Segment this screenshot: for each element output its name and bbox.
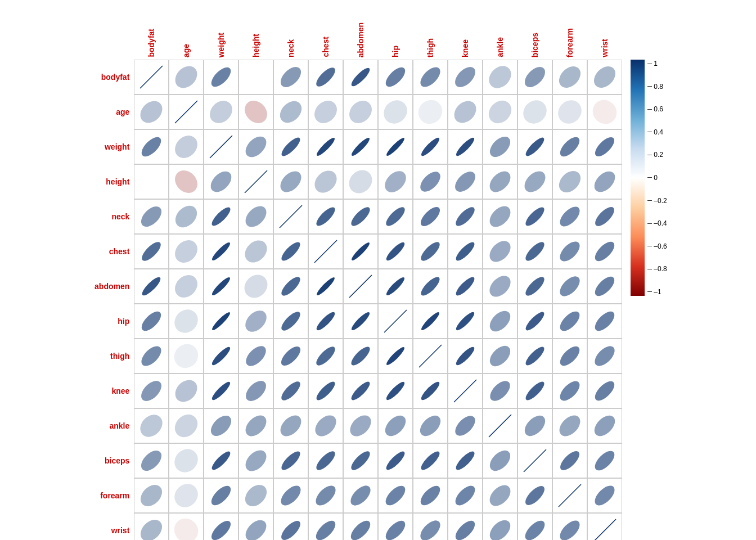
cell-forearm-age: [169, 478, 204, 513]
cell-height-forearm: [552, 164, 587, 199]
cell-chest-forearm: [552, 234, 587, 269]
svg-point-171: [241, 480, 271, 510]
svg-point-65: [453, 204, 478, 228]
cell-forearm-bodyfat: [134, 478, 169, 513]
svg-point-125: [591, 343, 618, 370]
svg-point-19: [310, 96, 341, 128]
svg-point-56: [138, 202, 165, 230]
svg-point-48: [345, 166, 376, 197]
cell-ankle-hip: [378, 408, 413, 443]
cell-bodyfat-weight: [204, 60, 238, 94]
cell-age-ankle: [483, 94, 518, 129]
svg-point-191: [452, 518, 478, 540]
legend-ticks: 10.80.60.40.20–0.2–0.4–0.6–0.8–1: [647, 60, 667, 296]
cell-chest-age: [169, 234, 204, 269]
row-label-thigh: thigh: [89, 339, 134, 374]
svg-point-82: [557, 238, 583, 264]
cell-wrist-chest: [308, 513, 343, 540]
svg-point-153: [591, 412, 619, 440]
cell-neck-forearm: [552, 199, 587, 234]
cell-thigh-height: [238, 339, 273, 374]
svg-point-35: [385, 136, 406, 158]
cell-chest-wrist: [587, 234, 622, 269]
cell-bodyfat-abdomen: [343, 60, 378, 94]
svg-line-195: [593, 519, 616, 540]
cell-thigh-thigh: [413, 339, 448, 374]
svg-point-89: [315, 276, 336, 297]
svg-point-140: [136, 410, 167, 441]
cell-thigh-neck: [273, 339, 308, 374]
svg-point-146: [346, 411, 375, 440]
svg-point-12: [555, 62, 585, 92]
cell-weight-biceps: [518, 129, 552, 164]
svg-line-75: [314, 240, 337, 263]
svg-point-151: [521, 412, 549, 440]
matrix-row-wrist: wrist: [89, 513, 622, 540]
svg-point-69: [592, 204, 618, 230]
cell-biceps-abdomen: [343, 443, 378, 478]
row-label-hip: hip: [89, 304, 134, 339]
svg-point-138: [557, 378, 583, 404]
cell-abdomen-thigh: [413, 269, 448, 304]
row-label-bodyfat: bodyfat: [89, 60, 134, 94]
matrix-row-forearm: forearm: [89, 478, 622, 513]
svg-point-159: [314, 449, 338, 473]
cell-wrist-bodyfat: [134, 513, 169, 540]
cell-height-ankle: [483, 164, 518, 199]
matrix-row-ankle: ankle: [89, 408, 622, 443]
cell-weight-wrist: [587, 129, 622, 164]
svg-point-21: [380, 96, 411, 128]
svg-point-158: [279, 449, 303, 473]
cell-ankle-ankle: [483, 408, 518, 443]
svg-point-86: [210, 276, 232, 298]
cell-wrist-height: [238, 513, 273, 540]
svg-point-190: [417, 517, 444, 540]
cell-neck-hip: [378, 199, 413, 234]
svg-point-1: [171, 62, 202, 93]
svg-point-92: [418, 274, 442, 298]
legend-tick: 0.4: [647, 128, 667, 136]
matrix-rows: bodyfat age: [89, 60, 622, 540]
row-label-knee: knee: [89, 374, 134, 408]
cell-hip-chest: [308, 304, 343, 339]
svg-point-172: [278, 482, 304, 508]
svg-point-29: [170, 131, 202, 163]
cell-knee-age: [169, 374, 204, 408]
cell-biceps-age: [169, 443, 204, 478]
svg-point-64: [418, 204, 443, 229]
legend-tick: 0.8: [647, 83, 667, 91]
cell-age-bodyfat: [134, 94, 169, 129]
svg-point-83: [592, 238, 618, 264]
cell-bodyfat-biceps: [518, 60, 552, 94]
cell-biceps-neck: [273, 443, 308, 478]
cell-height-age: [169, 164, 204, 199]
svg-point-139: [592, 378, 618, 404]
svg-point-46: [277, 167, 305, 196]
cell-age-hip: [378, 94, 413, 129]
top-label-biceps: biceps: [518, 0, 552, 60]
svg-point-49: [381, 167, 410, 196]
svg-point-67: [523, 205, 547, 229]
svg-point-97: [592, 273, 618, 299]
svg-point-14: [136, 97, 167, 128]
cell-knee-biceps: [518, 374, 552, 408]
cell-biceps-thigh: [413, 443, 448, 478]
cell-age-chest: [308, 94, 343, 129]
cell-hip-forearm: [552, 304, 587, 339]
top-label-neck: neck: [273, 0, 308, 60]
svg-point-128: [210, 380, 232, 402]
cell-forearm-thigh: [413, 478, 448, 513]
cell-knee-height: [238, 374, 273, 408]
cell-hip-wrist: [587, 304, 622, 339]
cell-wrist-biceps: [518, 513, 552, 540]
svg-point-162: [418, 449, 442, 472]
cell-weight-height: [238, 129, 273, 164]
cell-hip-ankle: [483, 304, 518, 339]
svg-point-43: [170, 166, 202, 197]
cell-knee-wrist: [587, 374, 622, 408]
row-label-biceps: biceps: [89, 443, 134, 478]
svg-point-44: [207, 168, 236, 196]
svg-point-6: [349, 66, 372, 89]
svg-line-120: [419, 345, 442, 367]
svg-point-39: [524, 135, 547, 158]
